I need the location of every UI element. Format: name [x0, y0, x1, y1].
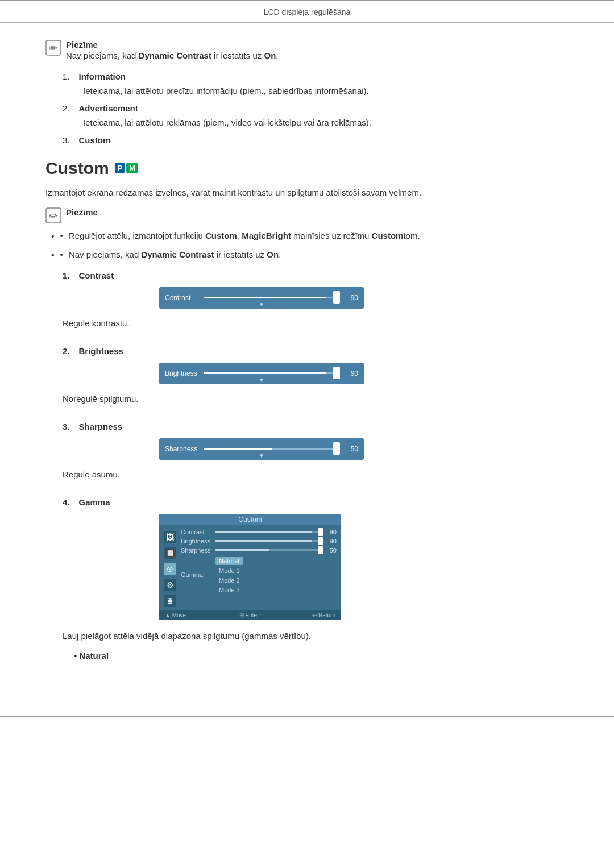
contrast-slider[interactable]: Contrast 90 ▼: [159, 287, 364, 309]
bottom-border: [0, 716, 614, 717]
gamma-icon-2: 🔲: [164, 547, 176, 559]
gamma-option-mode2[interactable]: Mode 2: [215, 576, 243, 584]
gamma-widget: Custom 🖼 🔲 ⊙ ⚙ 🖥 Contrast: [159, 514, 341, 620]
bullet-item-1: • Regulējot attēlu, izmantojot funkciju …: [51, 229, 569, 244]
gamma-mini-val-sharpness: 50: [326, 547, 337, 554]
note-icon-1: ✏: [45, 40, 61, 56]
numbered-list-1: 1. Information Ieteicama, lai attēlotu p…: [63, 72, 569, 145]
sharpness-slider[interactable]: Sharpness 50 ▼: [159, 438, 364, 460]
section-brightness: 2. Brightness Brightness 90 ▼ Noregulē s…: [45, 346, 569, 406]
sharpness-thumb[interactable]: [333, 442, 340, 455]
sharpness-num: 3.: [63, 422, 70, 431]
section-gamma: 4. Gamma Custom 🖼 🔲 ⊙ ⚙ 🖥: [45, 497, 569, 661]
sharpness-label: Sharpness: [79, 422, 123, 431]
gamma-option-mode3[interactable]: Mode 3: [215, 586, 243, 594]
brightness-track: [204, 372, 340, 374]
gamma-footer: ▲ Move ⊞ Enter ↩ Return: [159, 610, 341, 620]
gamma-icon-4: ⚙: [164, 579, 176, 591]
contrast-arrow: ▼: [259, 301, 264, 308]
gamma-mini-track-contrast: [215, 531, 323, 533]
page-title: LCD displeja regulēšana: [264, 7, 351, 16]
brightness-desc: Noregulē spilgtumu.: [63, 392, 569, 406]
sharpness-title: 3. Sharpness: [63, 422, 569, 431]
gamma-title: 4. Gamma: [63, 497, 569, 507]
gamma-row-sharpness: Sharpness 50: [181, 547, 337, 554]
gamma-footer-move: ▲ Move: [165, 612, 186, 618]
gamma-mini-thumb-contrast: [318, 528, 323, 536]
gamma-num: 4.: [63, 497, 70, 507]
brightness-slider[interactable]: Brightness 90 ▼: [159, 363, 364, 384]
gamma-row-contrast: Contrast 90: [181, 529, 337, 535]
contrast-slider-label: Contrast: [165, 294, 199, 302]
brightness-label: Brightness: [79, 346, 123, 356]
note-block-1: ✏ Piezīme Nav pieejams, kad Dynamic Cont…: [45, 40, 569, 63]
contrast-thumb[interactable]: [333, 291, 340, 304]
sharpness-desc: Regulē asumu.: [63, 468, 569, 481]
brightness-title: 2. Brightness: [63, 346, 569, 356]
badge-m: M: [126, 163, 138, 173]
gamma-option-mode1[interactable]: Mode 1: [215, 567, 243, 575]
num-1: 1.: [63, 72, 70, 81]
gamma-row-brightness: Brightness 90: [181, 538, 337, 545]
gamma-icons: 🖼 🔲 ⊙ ⚙ 🖥: [164, 529, 176, 607]
section-contrast: 1. Contrast Contrast 90 ▼ Regulē kontras…: [45, 271, 569, 330]
gamma-option-natural[interactable]: Natural: [215, 557, 243, 565]
svg-text:✏: ✏: [48, 210, 58, 222]
note-label-2-wrapper: Piezīme: [66, 207, 98, 217]
section-sharpness: 3. Sharpness Sharpness 50 ▼ Regulē asumu…: [45, 422, 569, 481]
note-icon-2: ✏: [45, 207, 61, 223]
final-bullet-container: • Natural: [74, 651, 569, 661]
gamma-footer-return: ↩ Return: [312, 612, 335, 618]
gamma-icon-1: 🖼: [164, 531, 176, 543]
gamma-footer-enter: ⊞ Enter: [239, 612, 259, 618]
gamma-icon-5: 🖥: [164, 595, 176, 607]
sharpness-track: [204, 448, 340, 450]
note-block-2: ✏ Piezīme: [45, 207, 569, 223]
sharpness-slider-label: Sharpness: [165, 445, 199, 453]
num-3: 3.: [63, 135, 70, 145]
contrast-label: Contrast: [79, 271, 114, 280]
brightness-slider-label: Brightness: [165, 369, 199, 377]
section-body-text: Izmantojot ekrānā redzamās izvēlnes, var…: [45, 186, 569, 200]
brightness-fill: [204, 372, 326, 374]
gamma-row-gamma-label: Gamma: [181, 571, 212, 578]
sharpness-value: 50: [345, 445, 358, 453]
sharpness-arrow: ▼: [259, 452, 264, 459]
page: LCD displeja regulēšana ✏ Piezīme Nav pi…: [0, 0, 614, 868]
gamma-title-bar: Custom: [159, 514, 341, 525]
item1-desc: Ieteicama, lai attēlotu precīzu informāc…: [83, 86, 569, 95]
bullet-1-text: Regulējot attēlu, izmantojot funkciju Cu…: [69, 229, 420, 244]
page-header: LCD displeja regulēšana: [0, 1, 614, 23]
brightness-value: 90: [345, 369, 358, 377]
contrast-fill: [204, 297, 326, 298]
gamma-desc: Ļauj pielāgot attēla vidējā diapazona sp…: [63, 629, 569, 643]
gamma-mini-fill-brightness: [215, 540, 312, 542]
brightness-thumb[interactable]: [333, 367, 340, 379]
badge-pm: P M: [115, 163, 139, 173]
svg-text:✏: ✏: [48, 43, 58, 54]
section-title-text: Custom: [45, 159, 109, 178]
num-2: 2.: [63, 103, 70, 113]
gamma-mini-fill-sharpness: [215, 549, 269, 551]
gamma-mini-val-contrast: 90: [326, 529, 337, 535]
gamma-rows: Contrast 90 Brightness: [181, 529, 337, 607]
gamma-mini-thumb-brightness: [318, 537, 323, 545]
contrast-value: 90: [345, 294, 358, 302]
bullet-list: • Regulējot attēlu, izmantojot funkciju …: [51, 229, 569, 263]
gamma-row-contrast-label: Contrast: [181, 529, 212, 535]
item2-label: Advertisement: [79, 103, 138, 113]
contrast-title: 1. Contrast: [63, 271, 569, 280]
gamma-mini-track-brightness: [215, 540, 323, 542]
badge-p: P: [115, 163, 126, 173]
gamma-body: 🖼 🔲 ⊙ ⚙ 🖥 Contrast: [159, 525, 341, 610]
item1-label: Information: [79, 72, 126, 81]
sharpness-fill: [204, 448, 272, 450]
gamma-mini-thumb-sharpness: [318, 546, 323, 554]
gamma-options: Natural Mode 1 Mode 2 Mode 3: [215, 557, 243, 594]
brightness-num: 2.: [63, 346, 70, 356]
bullet-2-text: Nav pieejams, kad Dynamic Contrast ir ie…: [69, 248, 281, 263]
gamma-mini-track-sharpness: [215, 549, 323, 551]
contrast-track: [204, 297, 340, 298]
note-text-1: Nav pieejams, kad Dynamic Contrast ir ie…: [66, 49, 278, 63]
section-title: Custom P M: [45, 159, 569, 178]
